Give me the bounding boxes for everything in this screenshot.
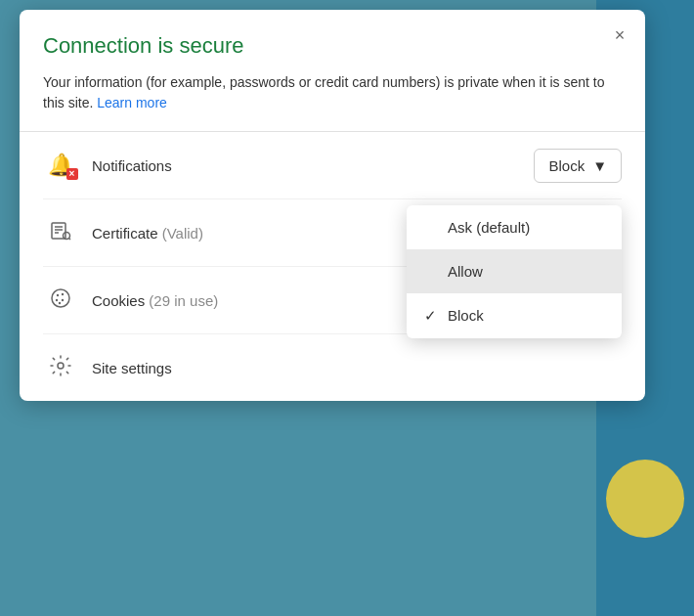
popup-description: Your information (for example, passwords…: [43, 72, 622, 113]
svg-point-8: [62, 292, 64, 294]
settings-icon: [49, 354, 72, 382]
site-settings-label: Site settings: [92, 360, 622, 376]
cookies-icon-wrap: [43, 283, 78, 318]
dropdown-item-block[interactable]: ✓ Block: [407, 293, 622, 338]
svg-point-7: [57, 293, 59, 295]
svg-line-5: [69, 238, 71, 240]
bell-icon: 🔔: [48, 153, 74, 178]
dropdown-item-allow[interactable]: Allow: [407, 249, 622, 293]
popup-dialog: × Connection is secure Your information …: [20, 10, 645, 401]
background-circle: [606, 460, 684, 538]
bell-badge: [66, 168, 78, 180]
learn-more-link[interactable]: Learn more: [97, 95, 167, 110]
select-value: Block: [548, 157, 585, 174]
notifications-dropdown: Ask (default) Allow ✓ Block: [407, 205, 622, 338]
chevron-down-icon: ▼: [592, 157, 607, 174]
dropdown-item-ask[interactable]: Ask (default): [407, 205, 622, 249]
notifications-row: 🔔 Notifications Block ▼ Ask (default) Al…: [43, 132, 622, 199]
svg-point-9: [56, 298, 58, 300]
cookie-icon: [49, 286, 72, 315]
svg-point-10: [62, 298, 64, 300]
notifications-icon-wrap: 🔔: [43, 148, 78, 183]
ask-label: Ask (default): [448, 219, 530, 236]
close-button[interactable]: ×: [608, 23, 631, 47]
popup-title: Connection is secure: [43, 33, 622, 59]
certificate-icon-wrap: [43, 215, 78, 250]
block-check: ✓: [424, 307, 440, 325]
svg-point-12: [58, 363, 64, 369]
site-settings-icon-wrap: [43, 350, 78, 385]
certificate-icon: [49, 219, 72, 247]
svg-point-11: [59, 301, 61, 303]
ask-check: [424, 219, 440, 236]
certificate-sub: (Valid): [162, 225, 203, 242]
allow-label: Allow: [448, 263, 483, 280]
allow-check: [424, 263, 440, 280]
svg-point-4: [64, 232, 70, 239]
notifications-label: Notifications: [92, 157, 534, 174]
cookies-sub: (29 in use): [149, 292, 218, 309]
site-settings-row[interactable]: Site settings: [43, 334, 622, 401]
svg-point-6: [52, 289, 69, 307]
notifications-select[interactable]: Block ▼: [534, 149, 622, 183]
block-label: Block: [448, 307, 484, 324]
